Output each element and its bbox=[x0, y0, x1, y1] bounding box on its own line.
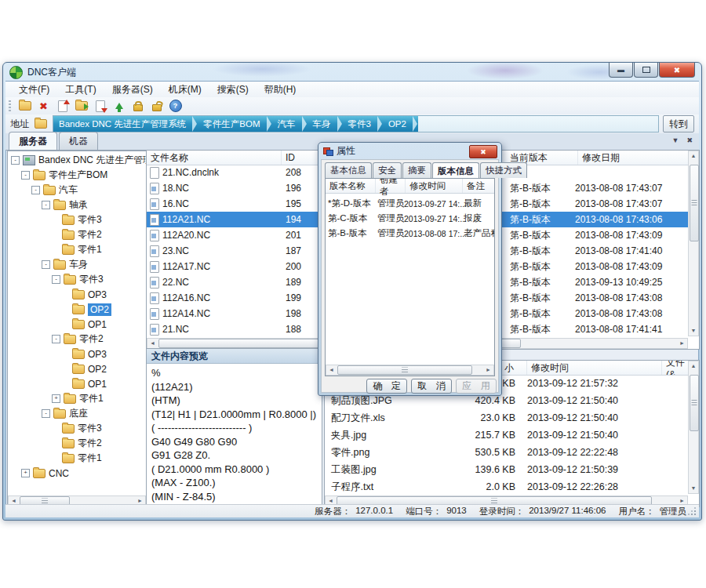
go-button[interactable]: 转到 bbox=[663, 115, 694, 132]
menu-machine[interactable]: 机床(M) bbox=[162, 82, 209, 98]
tab-close-icon[interactable]: ✖ bbox=[686, 136, 693, 144]
menu-server[interactable]: 服务器(S) bbox=[105, 82, 160, 98]
file-download-icon[interactable] bbox=[93, 100, 107, 112]
tree-expander[interactable]: + bbox=[21, 469, 30, 477]
tree-item[interactable]: 零件1 bbox=[8, 451, 146, 466]
scroll-down-icon[interactable]: ▼ bbox=[689, 326, 699, 336]
ok-button[interactable]: 确 定 bbox=[366, 379, 407, 394]
tree-item[interactable]: -车身 bbox=[8, 257, 146, 272]
send-up-icon[interactable] bbox=[112, 100, 126, 112]
tree-item[interactable]: -Bandex DNC 先进生产管理系统 bbox=[8, 153, 146, 168]
preview-content[interactable]: % (112A21) (HTM) (T12| H1 | D21.0000mm |… bbox=[147, 364, 322, 506]
tab-summary[interactable]: 摘要 bbox=[402, 162, 431, 178]
column-modified-date[interactable]: 修改日期 bbox=[578, 151, 687, 165]
column-modified[interactable]: 修改时间 bbox=[406, 179, 463, 193]
scroll-left-icon[interactable]: ◄ bbox=[326, 365, 337, 375]
scroll-right-icon[interactable]: ► bbox=[677, 339, 687, 348]
tree-expander[interactable]: - bbox=[31, 186, 40, 194]
scroll-up-icon[interactable]: ▲ bbox=[689, 361, 699, 371]
attachment-row[interactable]: 夹具.jpg 215.7 KB 2013-09-12 21:50:40 bbox=[325, 426, 688, 444]
breadcrumb-bom[interactable]: 零件生产BOM bbox=[198, 116, 265, 132]
breadcrumb-root[interactable]: Bandex DNC 先进生产管理系统 bbox=[53, 116, 191, 132]
tab-dropdown-icon[interactable]: ▼ bbox=[672, 136, 679, 144]
tree-item[interactable]: OP1 bbox=[8, 376, 146, 391]
file-list-vscrollbar[interactable]: ▲ ▼ bbox=[688, 151, 699, 336]
close-button[interactable]: ✖ bbox=[659, 63, 695, 78]
scroll-down-icon[interactable]: ▼ bbox=[689, 484, 699, 493]
breadcrumb-part3[interactable]: 零件3 bbox=[343, 116, 377, 132]
tab-version-info[interactable]: 版本信息 bbox=[432, 162, 479, 179]
attachments-vscrollbar[interactable]: ▲ ▼ bbox=[688, 361, 699, 494]
title-bar[interactable]: DNC客户端 bbox=[3, 63, 701, 82]
breadcrumb-body[interactable]: 车身 bbox=[308, 116, 337, 132]
cancel-button[interactable]: 取 消 bbox=[411, 379, 452, 394]
column-creator[interactable]: 创建者 bbox=[376, 179, 406, 193]
tree-item[interactable]: +CNC bbox=[8, 466, 146, 481]
lock-icon[interactable] bbox=[131, 100, 144, 112]
scroll-left-icon[interactable]: ◄ bbox=[147, 339, 158, 348]
tab-security[interactable]: 安全 bbox=[373, 162, 402, 178]
attachment-row[interactable]: 零件.png 530.5 KB 2013-09-12 22:22:48 bbox=[325, 444, 688, 461]
version-row[interactable]: *第-D-版本 管理员 2013-09-27 14:... 最新 bbox=[326, 196, 494, 211]
breadcrumb[interactable]: Bandex DNC 先进生产管理系统 零件生产BOM 汽车 车身 零件3 OP… bbox=[53, 115, 659, 132]
tree-item[interactable]: OP1 bbox=[8, 317, 146, 332]
column-version-name[interactable]: 版本名称 bbox=[326, 179, 376, 193]
version-row[interactable]: 第-C-版本 管理员 2013-09-27 14:... 报废 bbox=[326, 211, 494, 226]
tab-server[interactable]: 服务器 bbox=[9, 132, 57, 150]
tree-item[interactable]: -零件2 bbox=[8, 332, 146, 347]
menu-help[interactable]: 帮助(H) bbox=[257, 82, 304, 98]
minimize-button[interactable]: ▬ bbox=[609, 63, 633, 78]
tree-expander[interactable]: - bbox=[42, 201, 50, 209]
menu-search[interactable]: 搜索(S) bbox=[210, 82, 256, 98]
tree-item[interactable]: 零件1 bbox=[8, 242, 146, 257]
tab-shortcut[interactable]: 快捷方式 bbox=[480, 162, 527, 178]
apply-button[interactable]: 应 用 bbox=[456, 379, 497, 394]
scroll-up-icon[interactable]: ▲ bbox=[689, 151, 699, 161]
tree-item[interactable]: -汽车 bbox=[8, 183, 146, 198]
tree-item[interactable]: 零件3 bbox=[8, 212, 146, 227]
unlock-icon[interactable] bbox=[150, 100, 163, 112]
attachment-row[interactable]: 配刀文件.xls 23.0 KB 2013-09-12 21:50:40 bbox=[325, 409, 688, 426]
tree-item[interactable]: -零件3 bbox=[8, 272, 146, 287]
folder-import-icon[interactable] bbox=[75, 100, 88, 112]
tab-machine[interactable]: 机器 bbox=[59, 132, 98, 150]
column-file-name[interactable]: 文件名称 bbox=[147, 151, 282, 165]
tree-item[interactable]: +零件1 bbox=[8, 391, 146, 406]
tree-expander[interactable]: + bbox=[52, 394, 60, 403]
tree-item[interactable]: 零件3 bbox=[8, 421, 146, 436]
tree-expander[interactable]: - bbox=[42, 260, 50, 269]
menu-tools[interactable]: 工具(T) bbox=[58, 82, 103, 98]
breadcrumb-op2[interactable]: OP2 bbox=[383, 116, 412, 132]
attachment-row[interactable]: 工装图.jpg 139.6 KB 2013-09-12 21:50:39 bbox=[325, 461, 688, 478]
tab-basic-info[interactable]: 基本信息 bbox=[325, 162, 372, 178]
toolbar-grip[interactable] bbox=[9, 100, 11, 111]
tree-item[interactable]: OP2 bbox=[8, 361, 146, 376]
breadcrumb-auto[interactable]: 汽车 bbox=[272, 116, 301, 132]
new-folder-icon[interactable] bbox=[18, 100, 31, 112]
tree-item[interactable]: OP3 bbox=[8, 287, 146, 302]
column-note[interactable]: 备注 bbox=[463, 179, 495, 193]
tree-item[interactable]: 零件2 bbox=[8, 436, 146, 451]
help-icon[interactable]: ? bbox=[169, 100, 182, 112]
dialog-hscrollbar[interactable]: ◄ ► bbox=[326, 365, 494, 376]
version-row[interactable]: 第-B-版本 管理员 2013-08-08 17:... 老产品程序 bbox=[326, 226, 494, 241]
maximize-button[interactable] bbox=[634, 63, 658, 78]
tree-expander[interactable]: - bbox=[52, 275, 60, 284]
delete-icon[interactable]: ✖ bbox=[37, 100, 50, 112]
tree-expander[interactable]: - bbox=[21, 171, 30, 180]
tree-item[interactable]: 零件2 bbox=[8, 227, 146, 242]
tree-expander[interactable]: - bbox=[52, 335, 60, 343]
column-modified-time[interactable]: 修改时间 bbox=[527, 361, 662, 375]
file-upload-icon[interactable] bbox=[56, 100, 69, 112]
tree-item[interactable]: -零件生产BOM bbox=[8, 168, 146, 183]
resize-grip[interactable] bbox=[689, 508, 697, 516]
tree-item[interactable]: OP3 bbox=[8, 347, 146, 361]
menu-file[interactable]: 文件(F) bbox=[12, 82, 56, 98]
column-file[interactable]: 文件(& bbox=[662, 361, 688, 375]
attachment-row[interactable]: 子程序.txt 2.0 KB 2013-09-12 22:26:28 bbox=[325, 478, 688, 495]
dialog-close-button[interactable]: ✖ bbox=[469, 145, 497, 158]
address-folder-icon[interactable] bbox=[33, 117, 49, 131]
tree-item-selected[interactable]: OP2 bbox=[8, 302, 146, 317]
tree-item[interactable]: -轴承 bbox=[8, 198, 146, 212]
tree-expander[interactable]: - bbox=[11, 156, 20, 165]
